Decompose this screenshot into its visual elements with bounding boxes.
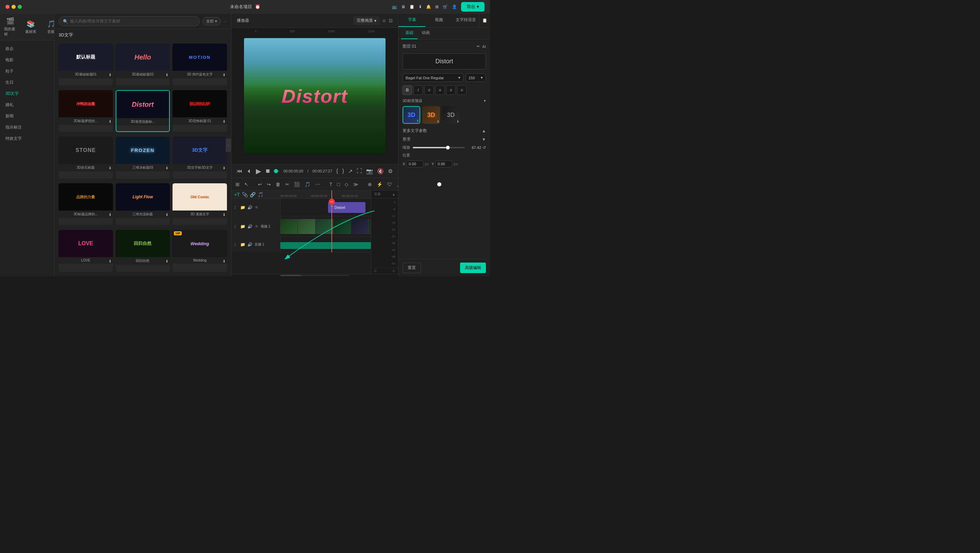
cut-button[interactable]: ✂ — [284, 181, 291, 188]
track-eye-2-icon[interactable]: 👁 — [255, 224, 259, 229]
toolbar-item-library[interactable]: 📚 素材库 — [21, 18, 41, 36]
scrollbar-thumb[interactable] — [280, 275, 301, 276]
grid-icon[interactable]: ⊞ — [435, 5, 439, 9]
scale-slider[interactable] — [413, 147, 465, 148]
keyframe-button[interactable]: ◇ — [343, 181, 350, 188]
sidebar-item-indicator[interactable]: 指示标注 — [0, 122, 54, 133]
more-params-toggle[interactable]: ▲ — [482, 129, 486, 133]
screenshot-icon[interactable]: 🖼 — [388, 18, 393, 23]
in-point-button[interactable]: { — [336, 168, 338, 174]
template-item-t2[interactable]: Hello 3D基础标题02 ⬇ — [116, 43, 170, 85]
audio-button[interactable]: 🔇 — [377, 168, 384, 175]
template-item-t14[interactable]: 回归自然 回归自然 ⬇ — [116, 230, 170, 272]
filter-button-tl[interactable]: 🛡 — [386, 181, 393, 188]
align-center-button[interactable]: ≡ — [435, 85, 445, 95]
font-selector[interactable]: Bagel Fat One Regular ▾ — [402, 73, 463, 82]
export-button[interactable]: 导出 ▾ — [461, 2, 485, 11]
add-music-track-btn[interactable]: 🎵 — [258, 192, 263, 197]
zoom-thumb[interactable] — [437, 182, 441, 186]
audio-extract-button[interactable]: 🎵 — [303, 181, 312, 188]
settings-button[interactable]: ⚙ — [388, 168, 393, 175]
video-clip[interactable]: ▶ video-miao — [280, 219, 371, 234]
template-item-t6[interactable]: Distort 3D渐变扭曲标... — [116, 90, 170, 132]
undo-button[interactable]: ↩ — [256, 181, 263, 188]
reset-button[interactable]: 重置 — [402, 262, 421, 273]
justify-button[interactable]: ≡ — [457, 85, 466, 95]
track-audio-2-icon[interactable]: 🔊 — [247, 224, 253, 229]
template-item-t12[interactable]: Old Comic 3D 漫画文字 ⬇ — [172, 183, 227, 225]
close-btn[interactable] — [5, 5, 10, 9]
track-lock-icon[interactable]: 📁 — [240, 205, 245, 210]
ai-icon[interactable]: AI — [482, 44, 486, 49]
material-preset-2[interactable]: 3D ⬇ — [422, 106, 440, 124]
toolbar-item-audio[interactable]: 🎵 音频 — [41, 18, 54, 36]
sidebar-item-birthday[interactable]: 生日 — [0, 77, 54, 88]
template-item-t15[interactable]: Wedding VIP Wedding ⬇ — [172, 230, 227, 272]
template-item-t9[interactable]: 3D文字 3D文字标3D文字 ⬇ — [172, 137, 227, 178]
camera-button[interactable]: 📷 — [366, 168, 373, 175]
play-button[interactable]: ▶ — [256, 167, 261, 175]
more-icon[interactable]: ··· — [224, 19, 227, 24]
text-clip-distort[interactable]: T Distort — [328, 202, 366, 213]
chevron-down-icon[interactable]: ▾ — [484, 99, 486, 103]
scale-thumb[interactable] — [446, 146, 450, 149]
download-icon[interactable]: ⬇ — [418, 5, 422, 9]
redo-button[interactable]: ↪ — [266, 181, 272, 188]
user-icon[interactable]: 👤 — [452, 5, 457, 9]
template-item-t5[interactable]: BURNUP 3D恐怖标题 01 ⬇ — [172, 90, 227, 132]
transform-toggle[interactable]: ▼ — [482, 137, 486, 142]
more-tools-2-icon[interactable]: ≫ — [352, 181, 360, 188]
more-tools-icon[interactable]: ⋯ — [314, 181, 321, 188]
template-item-t13[interactable]: LOVE LOVE ⬇ — [59, 230, 113, 272]
timeline-scrollbar[interactable] — [231, 274, 398, 276]
sidebar-item-wedding[interactable]: 婚礼 — [0, 99, 54, 111]
material-preset-3[interactable]: 3D ⬇ — [442, 106, 460, 124]
advanced-edit-button[interactable]: 高级编辑 — [460, 262, 486, 273]
italic-button[interactable]: I — [414, 85, 423, 95]
tab-text-to-speech[interactable]: 文字转语音 — [452, 14, 479, 27]
out-point-button[interactable]: } — [342, 168, 344, 174]
export-frame-button[interactable]: ↗ — [348, 168, 353, 175]
template-item-t11[interactable]: Light Flow 三维光流标题 ⬇ — [116, 183, 170, 225]
tab-subtitle[interactable]: 字幕 — [398, 14, 425, 27]
maximize-btn[interactable] — [18, 5, 22, 9]
grid-view-icon[interactable]: ⊞ — [382, 18, 386, 23]
add-text-track-btn[interactable]: +T — [234, 192, 240, 197]
delete-button[interactable]: 🗑 — [274, 181, 282, 188]
pos-x-input[interactable]: 0.00 — [406, 160, 423, 167]
speed-button[interactable]: ⚡ — [375, 181, 384, 188]
minimize-btn[interactable] — [11, 5, 16, 9]
material-preset-1[interactable]: 3D ⬇ — [402, 106, 420, 124]
sidebar-item-news[interactable]: 新闻 — [0, 111, 54, 122]
edit-icon[interactable]: ✏ — [477, 44, 480, 49]
filter-button[interactable]: 全部 ▾ — [202, 17, 221, 25]
template-item-t7[interactable]: STONE 3D岩石标题 ⬇ — [59, 137, 113, 178]
quality-selector[interactable]: 完整画质 ▾ — [353, 16, 380, 25]
track-audio-a-icon[interactable]: 🔊 — [247, 242, 253, 247]
subtab-basic[interactable]: 基础 — [401, 27, 417, 39]
template-item-t10[interactable]: 品牌的力量 3D标题品牌的... ⬇ — [59, 183, 113, 225]
volume-expand-icon[interactable]: ▲ — [392, 192, 395, 196]
text-input-area[interactable]: Distort — [402, 53, 486, 69]
add-linked-track-btn[interactable]: 🔗 — [250, 192, 256, 197]
text-tool-button[interactable]: T — [328, 181, 334, 188]
audio-clip[interactable] — [280, 242, 371, 249]
subtab-animation[interactable]: 动画 — [417, 27, 434, 39]
monitor-icon[interactable]: 🖥 — [401, 5, 405, 9]
track-eye-icon[interactable]: 👁 — [255, 205, 259, 210]
stop-button[interactable]: ⏹ — [265, 168, 270, 174]
sidebar-item-3d-text[interactable]: 3D文字 — [0, 88, 54, 99]
split-view-icon[interactable]: ⊞ — [234, 181, 241, 188]
select-tool-icon[interactable]: ↖ — [243, 181, 250, 188]
track-folder-a-icon[interactable]: 📁 — [240, 242, 245, 247]
collapse-panel-btn[interactable]: ‹ — [226, 138, 231, 152]
frame-back-button[interactable]: ⏴ — [247, 168, 252, 174]
bell-icon[interactable]: 🔔 — [426, 5, 431, 9]
template-item-t8[interactable]: FROZEN 三维冰标题03 ⬇ — [116, 137, 170, 178]
sidebar-item-enterprise[interactable]: 政企 — [0, 43, 54, 54]
cart-icon[interactable]: 🛒 — [443, 5, 448, 9]
sidebar-item-film[interactable]: 电影 — [0, 54, 54, 66]
skip-back-button[interactable]: ⏮ — [237, 168, 242, 174]
template-item-t3[interactable]: MOTION 3D 简约蓝色文字 ⬇ — [172, 43, 227, 85]
reset-scale-icon[interactable]: ↺ — [482, 145, 486, 150]
